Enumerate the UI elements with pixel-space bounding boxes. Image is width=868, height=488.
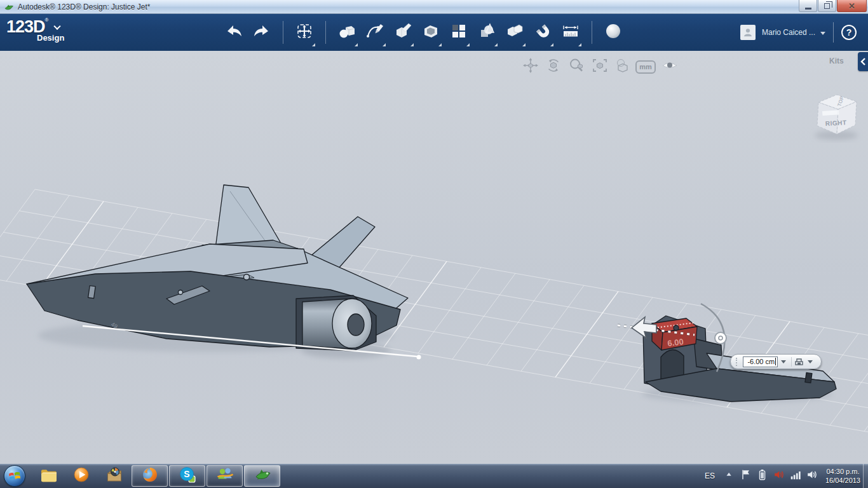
modify-button[interactable] — [389, 17, 417, 48]
viewport-3d[interactable]: 49 6.00 — [0, 51, 868, 464]
close-icon: ✕ — [848, 2, 855, 10]
display-settings-button[interactable] — [613, 57, 632, 76]
minimize-icon — [805, 8, 811, 10]
media-player-icon — [72, 465, 91, 487]
help-button[interactable]: ? — [841, 25, 857, 40]
snap-button[interactable] — [529, 17, 557, 48]
box-app-icon — [105, 465, 124, 487]
zoom-icon — [567, 57, 585, 77]
dropdown-corner-icon — [550, 43, 553, 46]
measurement-dropdown-arrow[interactable] — [781, 360, 786, 363]
dropdown-corner-icon — [522, 43, 526, 46]
redo-button[interactable] — [248, 17, 276, 48]
app-header: 123D® Design Mario Caiced ... ? — [0, 14, 868, 51]
divider — [833, 22, 834, 43]
zoom-extents-icon — [590, 57, 608, 77]
product-name: Design — [37, 33, 64, 43]
visibility-eye-button[interactable] — [660, 57, 679, 76]
snap-settings-icon — [794, 356, 804, 367]
primitives-button[interactable] — [333, 17, 361, 48]
units-button[interactable]: mm — [635, 60, 656, 74]
avatar — [740, 25, 756, 40]
chevron-down-icon[interactable] — [820, 32, 825, 35]
snap-settings-dropdown-arrow[interactable] — [808, 360, 813, 363]
measurement-toolbar: -6.00 cm — [730, 354, 822, 369]
app-menu-button[interactable]: 123D® Design — [6, 17, 64, 43]
rotate-handle[interactable] — [715, 332, 726, 344]
zoom-button[interactable] — [567, 57, 586, 76]
media-player-taskbar-button[interactable] — [69, 465, 94, 487]
redo-icon — [252, 22, 271, 43]
toolbar-divider — [325, 21, 326, 44]
transform-button[interactable] — [290, 17, 318, 48]
svg-text:S: S — [184, 469, 189, 479]
material-button[interactable] — [599, 17, 627, 48]
skype-taskbar-button[interactable]: S — [169, 465, 205, 487]
toolbar-divider — [592, 21, 592, 44]
design-123d-icon — [253, 465, 272, 487]
measure-button[interactable] — [557, 17, 585, 48]
chevron-down-icon — [54, 23, 61, 30]
hidden-icons-arrow — [723, 468, 736, 484]
user-menu-button[interactable]: Mario Caiced ... — [762, 28, 815, 37]
measurement-input[interactable]: -6.00 cm — [743, 356, 778, 367]
network-signal-button[interactable] — [789, 468, 803, 484]
close-button[interactable]: ✕ — [837, 0, 867, 12]
audio-mixer-button[interactable] — [772, 468, 786, 484]
main-toolbar — [220, 14, 627, 51]
axis-endpoint — [417, 355, 421, 360]
toolbar-divider — [283, 21, 283, 44]
viewport-nav-toolbar: mm — [521, 57, 679, 76]
box-app-taskbar-button[interactable] — [102, 465, 127, 487]
combine-icon — [477, 22, 496, 43]
show-desktop-button[interactable] — [863, 464, 868, 488]
orbit-button[interactable] — [544, 57, 563, 76]
kits-panel-toggle[interactable] — [858, 52, 868, 71]
firefox-taskbar-button[interactable] — [132, 465, 168, 487]
view-cube[interactable]: RIGHT TOP — [815, 95, 858, 140]
pan-button[interactable] — [521, 57, 540, 76]
split-icon — [505, 22, 524, 43]
window-titlebar: Autodesk® 123D® Design: Justice Jet* ✕ — [0, 0, 868, 14]
split-button[interactable] — [501, 17, 529, 48]
undo-button[interactable] — [220, 17, 248, 48]
firefox-icon — [140, 465, 159, 487]
clock[interactable]: 04:30 p.m. 16/04/2013 — [825, 467, 860, 485]
dropdown-corner-icon — [383, 43, 386, 46]
battery-button[interactable] — [756, 468, 770, 484]
action-center-flag-icon — [740, 468, 752, 484]
minimize-button[interactable] — [799, 0, 817, 12]
sketch-button[interactable] — [361, 17, 389, 48]
orbit-icon — [545, 57, 562, 77]
messenger-taskbar-button[interactable] — [207, 465, 243, 487]
explorer-icon — [39, 465, 58, 487]
kits-panel-label: Kits — [829, 57, 844, 65]
zoom-extents-button[interactable] — [590, 57, 609, 76]
volume-button[interactable] — [805, 468, 819, 484]
drag-distance-label: 6.00 — [667, 337, 684, 348]
dropdown-corner-icon — [466, 43, 470, 46]
hidden-buttons-arrow[interactable] — [722, 468, 736, 484]
design-123d-taskbar-button[interactable] — [244, 465, 280, 487]
restore-button[interactable] — [818, 0, 836, 12]
messenger-icon — [215, 465, 234, 487]
snap-settings-button[interactable] — [794, 356, 804, 367]
battery-icon — [756, 468, 769, 484]
chevron-left-icon — [860, 58, 865, 65]
view-cube-front-label[interactable]: RIGHT — [825, 119, 847, 127]
dropdown-corner-icon — [438, 43, 442, 46]
skype-icon: S — [178, 465, 197, 487]
pan-icon — [522, 57, 539, 77]
drag-grip[interactable] — [736, 358, 738, 366]
explorer-taskbar-button[interactable] — [36, 465, 61, 487]
action-center-flag-button[interactable] — [739, 468, 753, 484]
measurement-value: -6.00 cm — [747, 358, 775, 365]
start-button[interactable] — [4, 465, 25, 487]
combine-button[interactable] — [473, 17, 501, 48]
dropdown-corner-icon — [494, 43, 498, 46]
pattern-button[interactable] — [445, 17, 473, 48]
language-indicator[interactable]: ES — [705, 471, 715, 480]
user-icon — [742, 27, 754, 38]
primitives-icon — [337, 22, 356, 43]
shell-button[interactable] — [417, 17, 445, 48]
